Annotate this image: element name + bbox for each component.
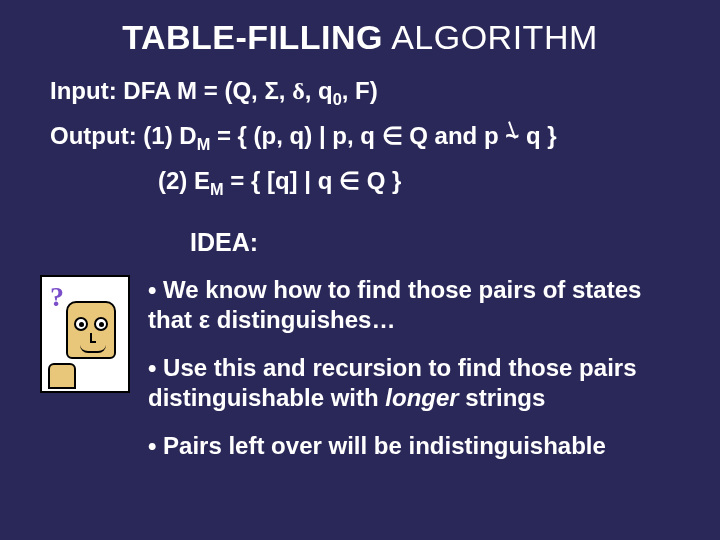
content-row: ? • We know how to find those pairs of s…: [40, 275, 680, 479]
input-line: Input: DFA M = (Q, Σ, δ, q0, F): [40, 75, 680, 110]
out2-b: = { [q] | q: [224, 167, 339, 194]
thinking-face-icon: ?: [40, 275, 130, 393]
question-mark-icon: ?: [50, 281, 64, 313]
out1-b: = { (p, q) | p, q: [210, 122, 381, 149]
slide-container: TABLE-FILLING ALGORITHM Input: DFA M = (…: [0, 0, 720, 540]
bullet-2b: strings: [459, 384, 546, 411]
out2-c: Q }: [360, 167, 401, 194]
bullet-1: • We know how to find those pairs of sta…: [148, 275, 680, 335]
mouth-icon: [80, 345, 106, 353]
nose-icon: [90, 333, 96, 343]
title-part2: ALGORITHM: [383, 18, 598, 56]
not-similar-symbol: ~: [505, 120, 519, 151]
element-of-symbol-1: ∈: [382, 123, 403, 149]
face-shape: [66, 301, 116, 359]
output-line-2: (2) EM = { [q] | q ∈ Q }: [40, 165, 680, 200]
pupil-left: [79, 322, 84, 327]
out1-sub: M: [197, 135, 211, 153]
out1-c: Q and p: [403, 122, 506, 149]
out2-sub: M: [210, 180, 224, 198]
idea-label: IDEA:: [40, 228, 680, 257]
input-text-b: , q: [305, 77, 333, 104]
slide-title: TABLE-FILLING ALGORITHM: [40, 18, 680, 57]
eye-right-icon: [94, 317, 108, 331]
out1-d: q }: [519, 122, 556, 149]
hand-icon: [48, 363, 76, 389]
bullet-2-em: longer: [385, 384, 458, 411]
output-line-1: Output: (1) DM = { (p, q) | p, q ∈ Q and…: [40, 120, 680, 155]
bullet-3: • Pairs left over will be indistinguisha…: [148, 431, 680, 461]
element-of-symbol-2: ∈: [339, 168, 360, 194]
pupil-right: [99, 322, 104, 327]
bullet-2: • Use this and recursion to find those p…: [148, 353, 680, 413]
output-label: Output:: [50, 122, 143, 149]
icon-cell: ?: [40, 275, 130, 393]
input-text-c: , F): [342, 77, 378, 104]
input-text-a: DFA M = (Q, Σ,: [123, 77, 292, 104]
title-part1: TABLE-FILLING: [122, 18, 383, 56]
out2-a: (2) E: [158, 167, 210, 194]
q-zero-sub: 0: [333, 90, 342, 108]
bullet-list: • We know how to find those pairs of sta…: [148, 275, 680, 479]
out1-a: (1) D: [143, 122, 196, 149]
delta-symbol: δ: [292, 78, 304, 104]
input-label: Input:: [50, 77, 123, 104]
eye-left-icon: [74, 317, 88, 331]
